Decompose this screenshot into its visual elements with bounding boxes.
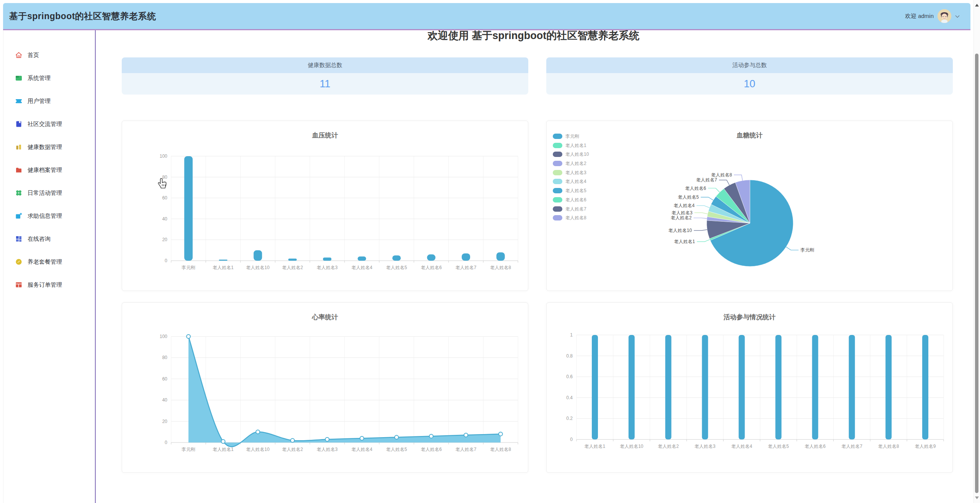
legend-item[interactable]: 老人姓名5 [553,188,589,193]
pie-slice-label: 李元刚 [800,247,814,253]
sidebar-item-help-info-management[interactable]: 求助信息管理 [3,204,95,227]
pie-legend: 李元刚老人姓名1老人姓名10老人姓名2老人姓名3老人姓名4老人姓名5老人姓名6老… [553,134,589,224]
legend-label: 老人姓名3 [565,170,586,175]
legend-item[interactable]: 老人姓名2 [553,161,589,166]
main-content: 欢迎使用 基于springboot的社区智慧养老系统 健康数据总数 11 活动参… [0,0,980,503]
legend-item[interactable]: 老人姓名7 [553,206,589,212]
sidebar-item-label: 健康档案管理 [28,167,62,174]
sidebar-item-label: 服务订单管理 [28,281,62,289]
chart-title: 血糖统计 [547,131,952,140]
legend-swatch [553,179,562,184]
pie-label-line [708,188,719,193]
y-axis-tick-label: 0.4 [566,395,573,400]
data-point-marker [256,430,260,434]
bar [184,156,193,261]
y-axis-tick-label: 40 [162,397,168,403]
bar [592,335,598,439]
legend-item[interactable]: 李元刚 [553,134,589,139]
scroll-down-icon[interactable] [975,496,979,499]
home-icon [15,51,23,59]
bar [849,335,855,439]
chart-title: 活动参与情况统计 [547,313,952,322]
x-axis-tick-label: 老人姓名8 [878,444,899,449]
x-axis-tick-label: 李元刚 [181,265,195,270]
bar [392,255,401,261]
pie-label-line [694,213,708,214]
y-axis-tick-label: 40 [162,216,168,222]
sidebar-item-health-archive-management[interactable]: 健康档案管理 [3,158,95,181]
sidebar-item-pension-package-management[interactable]: 养老套餐管理 [3,250,95,273]
sidebar-item-label: 社区交流管理 [28,121,62,128]
legend-item[interactable]: 老人姓名4 [553,179,589,184]
bar [739,335,745,439]
y-axis-tick-label: 20 [162,419,168,424]
bar [812,335,818,439]
sidebar-item-service-order-management[interactable]: 服务订单管理 [3,273,95,296]
x-axis-tick-label: 老人姓名3 [317,265,338,270]
legend-swatch [553,143,562,148]
data-point-marker [464,433,468,437]
scrollbar-thumb[interactable] [975,54,978,493]
pie-slice-label: 老人姓名4 [674,203,695,208]
x-axis-tick-label: 老人姓名1 [585,444,606,449]
pie-slice-label: 老人姓名7 [696,177,717,183]
legend-item[interactable]: 老人姓名8 [553,215,589,220]
legend-label: 老人姓名1 [565,143,586,148]
x-axis-tick-label: 老人姓名4 [731,444,752,449]
y-axis-tick-label: 80 [162,175,168,180]
stat-card-title: 健康数据总数 [122,57,528,73]
data-point-marker [360,436,364,440]
page-scrollbar[interactable] [973,0,980,503]
stat-card-value: 10 [546,73,953,95]
bar [219,260,227,261]
x-axis-tick-label: 老人姓名4 [351,447,372,452]
sidebar-item-daily-activity-management[interactable]: 日常活动管理 [3,181,95,204]
sidebar-item-home[interactable]: 首页 [3,44,95,67]
chevron-down-icon[interactable] [955,13,960,20]
x-axis-tick-label: 老人姓名1 [213,447,234,452]
pie-label-line [701,197,714,200]
data-point-marker [430,434,433,438]
sidebar-item-online-consult[interactable]: 在线咨询 [3,227,95,250]
header-user-area[interactable]: 欢迎 admin [905,9,960,23]
sidebar-item-label: 系统管理 [28,75,51,82]
square-dot-icon [15,212,23,220]
legend-swatch [553,161,562,166]
x-axis-tick-label: 李元刚 [181,447,195,452]
sidebar-item-label: 健康数据管理 [28,144,62,151]
legend-item[interactable]: 老人姓名6 [553,197,589,203]
sidebar-item-label: 首页 [28,52,39,59]
sidebar-item-user-management[interactable]: 用户管理 [3,90,95,113]
bar [462,253,470,261]
x-axis-tick-label: 老人姓名6 [421,447,442,452]
chart-card-blood-sugar: 血糖统计 李元刚老人姓名1老人姓名10老人姓名2老人姓名3老人姓名4老人姓名5老… [546,121,953,291]
stat-card-title: 活动参与总数 [546,57,953,73]
x-axis-tick-label: 老人姓名10 [246,265,270,270]
welcome-user-text: 欢迎 admin [905,13,934,20]
heart-rate-line-chart: 020406080100李元刚老人姓名1老人姓名10老人姓名2老人姓名3老人姓名… [122,303,529,473]
legend-item[interactable]: 老人姓名1 [553,143,589,148]
legend-swatch [553,134,562,139]
legend-label: 老人姓名4 [565,179,586,184]
pie-label-line [719,180,729,185]
x-axis-tick-label: 老人姓名6 [805,444,826,449]
x-axis-tick-label: 老人姓名3 [317,447,338,452]
x-axis-tick-label: 老人姓名6 [421,265,442,270]
y-axis-tick-label: 0 [165,440,167,445]
sidebar-item-system-management[interactable]: 系统管理 [3,67,95,90]
legend-item[interactable]: 老人姓名3 [553,170,589,175]
legend-item[interactable]: 老人姓名10 [553,152,589,157]
y-axis-tick-label: 60 [162,195,168,201]
user-avatar[interactable] [938,9,951,23]
y-axis-tick-label: 80 [162,355,168,360]
sidebar-item-health-data-management[interactable]: 健康数据管理 [3,136,95,158]
x-axis-tick-label: 老人姓名8 [490,447,511,452]
scroll-up-icon[interactable] [975,4,979,7]
pie-slice-label: 老人姓名2 [671,215,692,220]
x-axis-tick-label: 老人姓名4 [351,265,372,270]
pie-label-line [786,247,799,250]
sidebar-item-community-exchange-management[interactable]: 社区交流管理 [3,113,95,136]
legend-swatch [553,170,562,175]
bar [665,335,671,439]
app-title: 基于springboot的社区智慧养老系统 [9,10,156,22]
